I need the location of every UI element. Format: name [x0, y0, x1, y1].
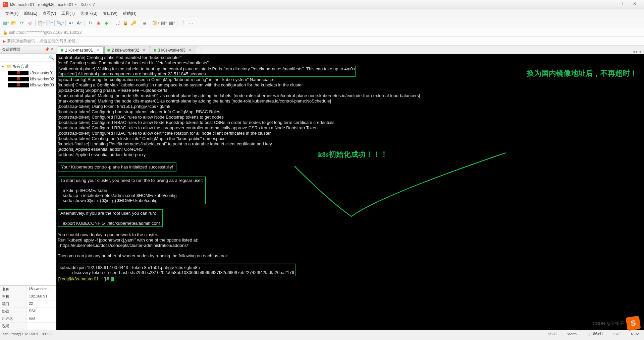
session-item-worker02[interactable]: 🖥 k8s-worker02 [0, 76, 56, 82]
terminal[interactable]: [control-plane] Creating static Pod mani… [56, 54, 644, 330]
prop-row: 协议SSH [0, 308, 56, 315]
xftp-button[interactable]: ↻ [87, 19, 94, 27]
address-text: ssh://root:***********@192.168.91.100:22 [9, 30, 82, 35]
session-label: k8s-master01 [30, 71, 54, 75]
tool-button[interactable]: ⋯ [187, 19, 195, 27]
term-line: [bootstrap-token] Configured RBAC rules … [58, 125, 318, 130]
maximize-button[interactable]: ☐ [614, 1, 628, 8]
status-num: NUM [629, 332, 641, 336]
prop-val: root [27, 315, 56, 322]
tab-add-button[interactable]: + [197, 46, 205, 54]
tab-close-icon[interactable]: ✕ [142, 48, 146, 53]
find-button[interactable]: 🔍 [56, 19, 64, 27]
font-button[interactable]: A [75, 19, 83, 27]
tool-button[interactable]: ◉ [95, 19, 102, 27]
term-line: Run "kubectl apply -f [podnetwork].yaml"… [58, 237, 198, 243]
key-button[interactable]: 🔑 [130, 19, 137, 27]
tree-root[interactable]: ▾ 📁 所有会话 [0, 63, 56, 70]
menubar: 文件(F) 编辑(E) 查看(V) 工具(T) 选项卡(B) 窗口(W) 帮助(… [0, 9, 644, 18]
main-area: 会话管理器 📌 ✕ 🔍 ▾ 📁 所有会话 🖥 k8s-master01 🖥 k8… [0, 46, 644, 330]
prompt-user: root@k8s-master01 [60, 276, 99, 281]
term-line: [bootstrap-token] Using token: 8m1501.pn… [58, 104, 170, 109]
menu-tools[interactable]: 工具(T) [59, 9, 77, 18]
tab-list-icon[interactable]: ▾ [639, 49, 641, 54]
pin-icon[interactable]: 📌 [45, 47, 49, 52]
tab-close-icon[interactable]: ✕ [189, 48, 192, 53]
help-icon[interactable]: ❔ [179, 19, 186, 27]
window-title: k8s-master01 - root@k8s-master01:~ - Xsh… [10, 2, 601, 7]
tab-worker02[interactable]: 2 k8s-worker02 ✕ [104, 46, 150, 54]
status-address: ssh://root@192.168.91.100:22 [3, 332, 52, 336]
prop-row: 说明 [0, 323, 56, 330]
content-area: 1 k8s-master01 ✕ 2 k8s-worker02 ✕ 3 k8s-… [56, 46, 644, 330]
prop-key: 说明 [0, 323, 27, 330]
term-line: [kubelet] Creating a ConfigMap "kubelet-… [58, 82, 303, 87]
close-button[interactable]: ✕ [628, 1, 641, 8]
new-session-button[interactable]: ▦ [2, 19, 9, 27]
tipbar: ▶ 要添加当前会话，点击左侧的箭头按钮。 [0, 37, 644, 46]
compose-button[interactable]: ≣ [141, 19, 148, 27]
tab-prev-icon[interactable]: ◂ [633, 49, 635, 54]
disconnect-button[interactable]: ⊘ [26, 19, 34, 27]
tab-master01[interactable]: 1 k8s-master01 ✕ [58, 46, 104, 54]
root-label: 所有会话 [12, 64, 29, 69]
term-line: Alternatively, if you are the root user,… [60, 211, 156, 216]
script-button[interactable]: 📜 [152, 19, 159, 27]
tab-next-icon[interactable]: ▸ [636, 49, 638, 54]
separator [54, 20, 55, 26]
addressbar[interactable]: 🔒 ssh://root:***********@192.168.91.100:… [0, 28, 644, 37]
separator [85, 20, 85, 26]
term-line: [mark-control-plane] Marking the node k8… [58, 93, 420, 98]
statusbar: ssh://root@192.168.91.100:22 SSH2 xterm … [0, 330, 644, 337]
term-line: sudo chown $(id -u):$(id -g) $HOME/.kube… [60, 198, 158, 203]
menu-file[interactable]: 文件(F) [3, 9, 21, 18]
term-line: To start using your cluster, you need to… [60, 178, 203, 183]
minimize-button[interactable]: ─ [601, 1, 614, 8]
tool-button[interactable]: ◆ [103, 19, 110, 27]
search-input[interactable] [2, 56, 49, 60]
log-button[interactable]: ▤ [160, 19, 167, 27]
menu-tab[interactable]: 选项卡(B) [77, 9, 100, 18]
expand-button[interactable]: ⛶ [114, 19, 121, 27]
menu-edit[interactable]: 编辑(E) [21, 9, 40, 18]
folder-icon: 📁 [6, 64, 11, 69]
term-line: [bootstrap-token] Configured RBAC rules … [58, 120, 334, 125]
session-icon: 🖥 [8, 77, 29, 81]
session-item-worker03[interactable]: 🖥 k8s-worker03 [0, 82, 56, 88]
color-button[interactable]: ● [67, 19, 75, 27]
menu-window[interactable]: 窗口(W) [100, 9, 120, 18]
term-line: sudo cp -i /etc/kubernetes/admin.conf $H… [60, 193, 177, 198]
close-icon[interactable]: ✕ [49, 47, 54, 52]
tab-num: 2 [112, 48, 114, 53]
open-button[interactable]: 📂 [10, 19, 17, 27]
tab-close-icon[interactable]: ✕ [96, 48, 99, 53]
menu-help[interactable]: 帮助(H) [120, 9, 139, 18]
separator [65, 20, 66, 26]
term-line: https://kubernetes.io/docs/concepts/clus… [58, 243, 188, 248]
term-line: export KUBECONFIG=/etc/kubernetes/admin.… [60, 221, 160, 226]
session-label: k8s-worker02 [30, 77, 54, 81]
collapse-icon[interactable]: ▾ [2, 65, 6, 68]
tab-worker03[interactable]: 3 k8s-worker03 ✕ [151, 46, 196, 54]
sidebar-title: 会话管理器 [2, 47, 20, 52]
layout-button[interactable]: ▦ [168, 19, 175, 27]
term-line: [kubelet-finalize] Updating "/etc/kubern… [58, 141, 272, 146]
reconnect-button[interactable]: ⟳ [18, 19, 25, 27]
prop-key: 用户名 [0, 315, 27, 322]
toolbar: ▦ 📂 ⟳ ⊘ 📋 📄 🔍 ● A ↻ ◉ ◆ ⛶ 🔒 🔑 ≣ 📜 ▤ ▦ ❔ … [0, 18, 644, 28]
copy-button[interactable]: 📋 [37, 19, 45, 27]
term-line: [etcd] Creating static Pod manifest for … [58, 60, 209, 65]
sidebar-search[interactable]: 🔍 [0, 54, 56, 62]
prop-row: 名称k8s-worker... [0, 286, 56, 293]
status-dot-icon [107, 49, 110, 52]
term-line: [bootstrap-token] Configured RBAC rules … [58, 115, 224, 120]
session-item-master01[interactable]: 🖥 k8s-master01 [0, 70, 56, 76]
term-line: mkdir -p $HOME/.kube [60, 188, 107, 193]
menu-view[interactable]: 查看(V) [40, 9, 59, 18]
tab-num: 1 [65, 48, 67, 53]
session-label: k8s-worker03 [30, 83, 54, 87]
paste-button[interactable]: 📄 [45, 19, 53, 27]
prop-key: 端口 [0, 300, 27, 308]
prop-row: 端口22 [0, 300, 56, 308]
lock-button[interactable]: 🔒 [122, 19, 129, 27]
